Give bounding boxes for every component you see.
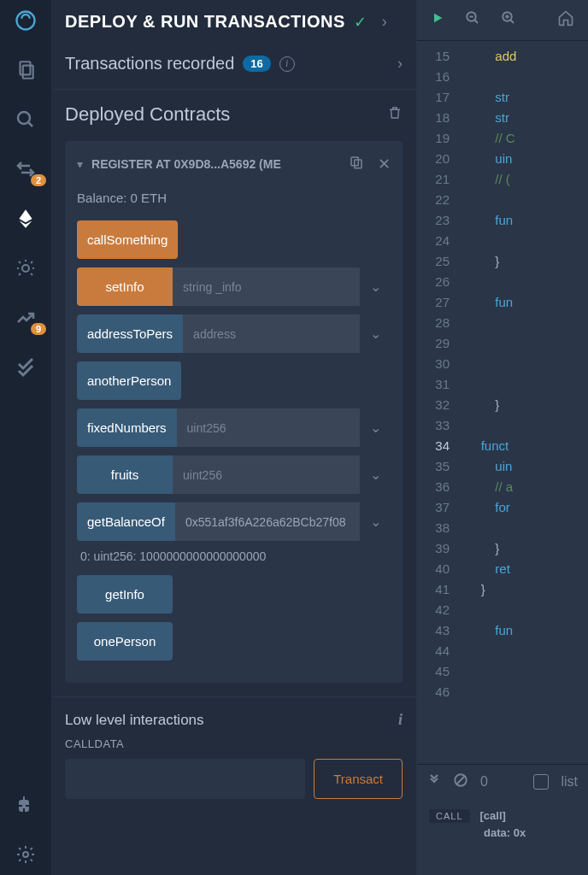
transactions-count: 16 <box>243 56 270 72</box>
svg-line-12 <box>31 273 32 275</box>
svg-line-24 <box>456 776 466 785</box>
search-icon[interactable] <box>14 108 38 132</box>
chevron-down-icon[interactable]: ▾ <box>77 157 83 171</box>
function-input[interactable] <box>177 408 360 447</box>
home-logo-icon[interactable] <box>14 9 38 32</box>
home-icon[interactable] <box>557 9 574 31</box>
files-icon[interactable] <box>14 58 38 82</box>
transactions-label: Transactions recorded <box>65 54 234 73</box>
swap-icon[interactable]: 2 <box>14 157 38 181</box>
terminal-tag: CALL <box>429 809 470 823</box>
function-input[interactable] <box>175 502 360 541</box>
function-input[interactable] <box>183 314 360 353</box>
function-button-getInfo[interactable]: getInfo <box>77 575 173 614</box>
function-row: setInfo⌄ <box>77 267 391 306</box>
contract-name: REGISTER AT 0X9D8...A5692 (ME <box>91 157 340 171</box>
svg-line-7 <box>19 261 21 263</box>
function-row: getBalanceOf⌄ <box>77 502 391 541</box>
function-row: fruits⌄ <box>77 455 391 494</box>
close-icon[interactable]: ✕ <box>378 155 391 173</box>
chevron-right-icon[interactable]: › <box>382 13 387 31</box>
function-result: 0: uint256: 1000000000000000000 <box>80 549 391 563</box>
info-icon[interactable]: i <box>279 56 295 72</box>
expand-icon[interactable]: ⌄ <box>360 408 391 447</box>
zoom-in-icon[interactable] <box>501 10 516 30</box>
function-button-getBalanceOf[interactable]: getBalanceOf <box>77 502 175 541</box>
svg-line-20 <box>510 20 514 23</box>
ethereum-icon[interactable] <box>14 207 38 231</box>
svg-point-5 <box>22 265 29 272</box>
terminal-checkbox[interactable] <box>533 774 549 790</box>
settings-icon[interactable] <box>14 843 38 866</box>
swap-badge: 2 <box>31 174 46 186</box>
editor-toolbar <box>417 0 588 41</box>
low-level-section: Low level interactions i CALLDATA Transa… <box>51 696 416 813</box>
play-icon[interactable] <box>431 11 444 29</box>
expand-icon[interactable]: ⌄ <box>360 314 391 353</box>
transact-button[interactable]: Transact <box>314 759 403 799</box>
terminal-bar: 0 list <box>417 765 588 799</box>
chevron-right-icon[interactable]: › <box>397 55 403 73</box>
editor-pane: 1516171819202122232425262728293031323334… <box>417 0 588 875</box>
code-area[interactable]: 1516171819202122232425262728293031323334… <box>417 41 588 764</box>
chart-icon[interactable]: 9 <box>14 306 38 330</box>
function-button-addressToPers[interactable]: addressToPers <box>77 314 183 353</box>
function-input[interactable] <box>173 267 360 306</box>
function-button-fixedNumbers[interactable]: fixedNumbers <box>77 408 177 447</box>
contract-balance: Balance: 0 ETH <box>77 191 391 205</box>
svg-line-8 <box>31 261 32 263</box>
function-button-onePerson[interactable]: onePerson <box>77 622 173 661</box>
svg-rect-2 <box>23 66 33 79</box>
chart-badge: 9 <box>31 323 46 335</box>
low-level-title: Low level interactions <box>65 712 204 729</box>
panel-title: DEPLOY & RUN TRANSACTIONS <box>65 12 345 32</box>
expand-icon[interactable]: ⌄ <box>360 267 391 306</box>
function-row: getInfo <box>77 575 391 614</box>
deployed-title: Deployed Contracts <box>65 103 230 126</box>
function-button-anotherPerson[interactable]: anotherPerson <box>77 361 181 400</box>
function-row: fixedNumbers⌄ <box>77 408 391 447</box>
contract-card: ▾ REGISTER AT 0X9D8...A5692 (ME ✕ Balanc… <box>65 141 403 683</box>
trash-icon[interactable] <box>387 105 403 125</box>
code-content[interactable]: add str str // C uin // ( fun } fun } fu… <box>458 41 588 764</box>
svg-line-4 <box>28 122 32 126</box>
plugin-icon[interactable] <box>14 793 38 817</box>
debug-icon[interactable] <box>14 256 38 280</box>
deployed-section: Deployed Contracts ▾ REGISTER AT 0X9D8..… <box>51 90 416 696</box>
terminal-output: CALL[call] data: 0x <box>417 799 588 875</box>
deploy-panel: DEPLOY & RUN TRANSACTIONS ✓ › Transactio… <box>51 0 417 875</box>
svg-point-3 <box>18 112 30 124</box>
function-button-fruits[interactable]: fruits <box>77 455 173 494</box>
check-icon[interactable] <box>14 355 38 379</box>
expand-icon[interactable]: ⌄ <box>360 502 391 541</box>
function-button-callSomething[interactable]: callSomething <box>77 220 178 259</box>
line-gutter: 1516171819202122232425262728293031323334… <box>417 41 458 764</box>
svg-line-11 <box>19 273 21 275</box>
svg-line-17 <box>474 20 478 23</box>
transactions-row[interactable]: Transactions recorded 16 i › <box>51 44 416 90</box>
block-icon[interactable] <box>453 772 468 791</box>
expand-icon[interactable]: ⌄ <box>360 455 391 494</box>
svg-rect-1 <box>21 62 31 74</box>
copy-icon[interactable] <box>349 155 364 173</box>
info-icon[interactable]: i <box>398 711 403 729</box>
function-row: anotherPerson <box>77 361 391 400</box>
collapse-icon[interactable] <box>427 773 441 790</box>
function-row: onePerson <box>77 622 391 661</box>
function-button-setInfo[interactable]: setInfo <box>77 267 173 306</box>
calldata-input[interactable] <box>65 759 305 799</box>
check-icon: ✓ <box>354 13 367 32</box>
terminal-zero: 0 <box>480 774 488 790</box>
svg-point-13 <box>23 852 28 857</box>
function-input[interactable] <box>173 455 360 494</box>
function-row: callSomething <box>77 220 391 259</box>
function-row: addressToPers⌄ <box>77 314 391 353</box>
panel-header: DEPLOY & RUN TRANSACTIONS ✓ › <box>51 0 416 44</box>
terminal: 0 list CALL[call] data: 0x <box>417 764 588 875</box>
zoom-out-icon[interactable] <box>465 10 480 30</box>
terminal-list-label: list <box>561 774 578 790</box>
calldata-label: CALLDATA <box>65 737 403 750</box>
icon-sidebar: 2 9 <box>0 0 51 875</box>
